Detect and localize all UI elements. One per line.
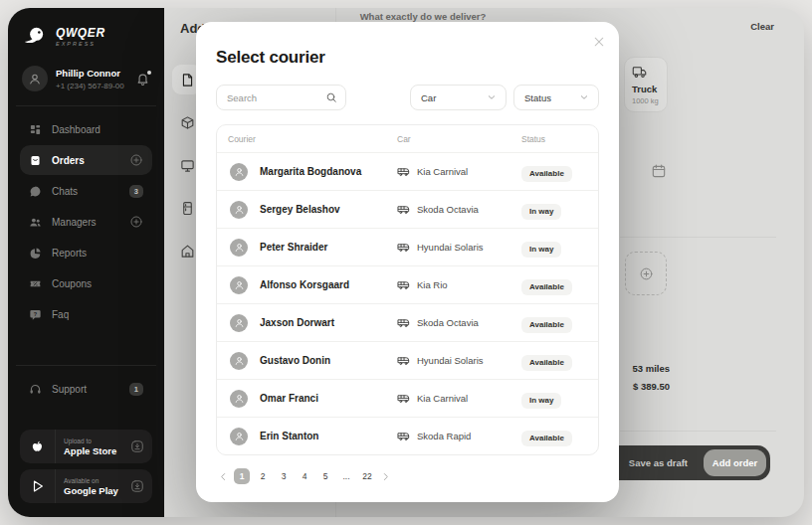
sidebar-divider — [16, 365, 156, 366]
nav-item-label: Managers — [52, 217, 96, 228]
add-order-button[interactable]: Add order — [704, 449, 766, 476]
notification-dot — [147, 71, 151, 75]
person-icon — [234, 166, 245, 177]
status-filter-select[interactable]: Status — [513, 85, 599, 110]
filter-row: Car Status — [216, 85, 599, 110]
sidebar-item-support[interactable]: Support 1 — [20, 374, 152, 404]
person-icon — [234, 431, 245, 441]
clear-button[interactable]: Clear — [750, 21, 774, 32]
sidebar-bottom: Support 1 Upload to Apple Store — [20, 351, 152, 503]
courier-name: Margarita Bogdanova — [260, 166, 361, 177]
save-as-draft-button[interactable]: Save as draft — [629, 457, 688, 468]
car-icon — [397, 241, 410, 254]
nav-item-label: Coupons — [52, 278, 92, 289]
status-badge: Available — [521, 279, 572, 295]
car-name: Skoda Octavia — [417, 317, 479, 328]
car-icon — [397, 392, 410, 405]
sidebar-nav-item[interactable]: Reports — [20, 238, 152, 267]
store-card[interactable]: Upload to Apple Store — [20, 430, 152, 463]
table-row[interactable]: Erin Stanton Skoda Rapid Available — [217, 417, 598, 454]
table-row[interactable]: Sergey Belashov Skoda Octavia In way — [217, 190, 598, 228]
nav-item-icon — [29, 247, 42, 260]
status-badge: Available — [521, 431, 572, 446]
store-name: Google Play — [64, 485, 122, 496]
page-button[interactable]: 4 — [297, 468, 312, 484]
page-button[interactable]: 5 — [317, 468, 333, 484]
car-name: Skoda Rapid — [417, 431, 471, 441]
store-card[interactable]: Available on Google Play — [20, 469, 152, 503]
nav-item-label: Orders — [52, 155, 85, 166]
store-name: Apple Store — [64, 445, 122, 456]
nav-badge: 3 — [129, 185, 143, 198]
avatar — [230, 239, 248, 257]
column-header-car: Car — [397, 134, 521, 144]
user-profile: Phillip Connor +1 (234) 567-89-00 — [20, 66, 152, 91]
select-courier-modal: Select courier Car Status Courier Car St… — [196, 22, 619, 502]
table-row[interactable]: Jaxson Dorwart Skoda Octavia Available — [217, 303, 598, 341]
search-icon[interactable] — [325, 91, 337, 103]
car-name: Kia Carnival — [417, 393, 468, 404]
store-icon — [20, 469, 56, 503]
table-row[interactable]: Alfonso Korsgaard Kia Rio Available — [217, 265, 598, 303]
status-badge: In way — [521, 393, 561, 409]
nav-item-icon — [29, 277, 42, 290]
car-name: Skoda Octavia — [417, 204, 479, 215]
nav-item-icon — [29, 185, 42, 198]
sidebar-nav-item[interactable]: Managers — [20, 207, 152, 237]
status-badge: In way — [521, 242, 561, 258]
nav-item-label: Faq — [52, 309, 69, 320]
download-icon[interactable] — [130, 439, 144, 453]
search-input[interactable] — [227, 92, 325, 103]
category-icon — [180, 201, 195, 216]
store-buttons: Upload to Apple Store Available on Googl… — [20, 430, 152, 503]
pagination-prev-button[interactable] — [218, 471, 229, 482]
person-icon — [234, 355, 245, 366]
status-badge: In way — [521, 204, 561, 220]
section-question: What exactly do we deliver? — [284, 11, 562, 22]
car-icon — [397, 430, 410, 442]
user-name: Phillip Connor — [56, 68, 124, 79]
table-row[interactable]: Peter Shraider Hyundai Solaris In way — [217, 228, 598, 265]
vehicle-card-truck[interactable]: Truck 1000 kg — [624, 57, 668, 112]
table-row[interactable]: Gustavo Donin Hyundai Solaris Available — [217, 341, 598, 379]
pagination-next-button[interactable] — [380, 471, 391, 482]
sidebar-nav-item[interactable]: Orders — [20, 145, 152, 175]
status-badge: Available — [521, 355, 572, 371]
vehicle-weight: 1000 kg — [632, 96, 667, 105]
person-icon — [234, 279, 245, 290]
sidebar-nav: Dashboard Orders Chats 3 — [20, 114, 152, 329]
download-icon[interactable] — [130, 479, 144, 493]
nav-item-icon — [29, 123, 42, 136]
sidebar-nav-item[interactable]: Dashboard — [20, 114, 152, 144]
car-name: Kia Carnival — [417, 166, 468, 177]
calendar-icon[interactable] — [651, 163, 667, 179]
car-name: Hyundai Solaris — [417, 242, 484, 253]
person-icon — [28, 72, 42, 86]
notifications-bell-icon[interactable] — [135, 72, 150, 87]
courier-name: Erin Stanton — [260, 431, 318, 441]
vehicle-name: Truck — [632, 84, 667, 94]
nav-item-label: Reports — [52, 248, 87, 259]
table-row[interactable]: Omar Franci Kia Carnival In way — [217, 379, 598, 417]
plus-circle-icon[interactable] — [129, 215, 143, 229]
page-button[interactable]: 22 — [359, 468, 375, 484]
plus-circle-icon[interactable] — [129, 153, 143, 167]
plus-circle-icon — [639, 266, 654, 281]
car-filter-select[interactable]: Car — [410, 85, 507, 110]
sidebar-nav-item[interactable]: Faq — [20, 299, 152, 329]
avatar — [230, 276, 248, 294]
avatar — [230, 201, 248, 219]
table-row[interactable]: Margarita Bogdanova Kia Carnival Availab… — [217, 152, 598, 190]
brand-tagline: EXPRESS — [56, 41, 105, 47]
page-button[interactable]: 3 — [276, 468, 292, 484]
category-icon — [180, 244, 195, 259]
sidebar-nav-item[interactable]: Coupons — [20, 268, 152, 298]
nav-item-label: Dashboard — [52, 124, 101, 135]
page-button[interactable]: 1 — [234, 468, 250, 484]
page-button[interactable]: ... — [338, 468, 354, 484]
add-item-dropzone[interactable] — [625, 252, 667, 295]
sidebar-nav-item[interactable]: Chats 3 — [20, 176, 152, 206]
close-icon[interactable] — [592, 35, 606, 49]
nav-item-label: Chats — [52, 186, 78, 197]
page-button[interactable]: 2 — [255, 468, 271, 484]
